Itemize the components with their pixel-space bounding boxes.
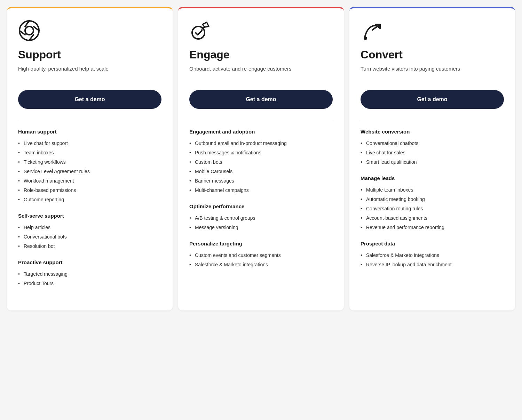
- section-convert-2: Prospect data Salesforce & Marketo integ…: [361, 241, 504, 269]
- section-list-support-0: Live chat for supportTeam inboxesTicketi…: [18, 139, 161, 204]
- cta-button-convert[interactable]: Get a demo: [361, 90, 504, 109]
- list-item: Automatic meeting booking: [361, 195, 504, 204]
- section-list-engage-1: A/B testing & control groupsMessage vers…: [189, 213, 333, 232]
- list-item: Outbound email and in-product messaging: [189, 139, 333, 148]
- section-list-support-2: Targeted messagingProduct Tours: [18, 269, 161, 288]
- section-list-engage-2: Custom events and customer segmentsSales…: [189, 251, 333, 269]
- list-item: Salesforce & Marketo integrations: [361, 251, 504, 260]
- section-title-engage-0: Engagement and adoption: [189, 129, 333, 135]
- section-engage-2: Personalize targeting Custom events and …: [189, 241, 333, 269]
- list-item: Mobile Carousels: [189, 167, 333, 176]
- section-title-support-0: Human support: [18, 129, 161, 135]
- section-list-convert-2: Salesforce & Marketo integrationsReverse…: [361, 251, 504, 269]
- svg-point-9: [364, 37, 367, 40]
- list-item: Resolution bot: [18, 242, 161, 251]
- list-item: Live chat for support: [18, 139, 161, 148]
- section-title-convert-0: Website conversion: [361, 129, 504, 135]
- section-support-0: Human support Live chat for supportTeam …: [18, 129, 161, 204]
- section-list-engage-0: Outbound email and in-product messagingP…: [189, 139, 333, 195]
- list-item: Salesforce & Marketo integrations: [189, 260, 333, 269]
- card-support: Support High-quality, personalized help …: [7, 7, 173, 310]
- list-item: Multiple team inboxes: [361, 185, 504, 195]
- list-item: Conversational bots: [18, 232, 161, 242]
- list-item: Conversation routing rules: [361, 204, 504, 213]
- list-item: Outcome reporting: [18, 195, 161, 204]
- list-item: Banner messages: [189, 176, 333, 186]
- convert-icon: [361, 19, 383, 42]
- list-item: Push messages & notifications: [189, 148, 333, 158]
- section-list-convert-0: Conversational chatbotsLive chat for sal…: [361, 139, 504, 167]
- section-list-convert-1: Multiple team inboxesAutomatic meeting b…: [361, 185, 504, 232]
- list-item: Message versioning: [189, 223, 333, 232]
- section-title-support-1: Self-serve support: [18, 213, 161, 219]
- list-item: Account-based assignments: [361, 213, 504, 223]
- pricing-cards-container: Support High-quality, personalized help …: [7, 7, 515, 310]
- section-title-convert-2: Prospect data: [361, 241, 504, 247]
- list-item: Team inboxes: [18, 148, 161, 158]
- list-item: Multi-channel campaigns: [189, 186, 333, 195]
- list-item: Custom events and customer segments: [189, 251, 333, 260]
- list-item: Help articles: [18, 223, 161, 232]
- list-item: Conversational chatbots: [361, 139, 504, 148]
- section-engage-1: Optimize performance A/B testing & contr…: [189, 203, 333, 232]
- divider-convert: [361, 120, 504, 120]
- card-title-engage: Engage: [189, 49, 333, 61]
- section-convert-0: Website conversion Conversational chatbo…: [361, 129, 504, 167]
- section-support-2: Proactive support Targeted messagingProd…: [18, 259, 161, 288]
- engage-icon: [189, 19, 212, 42]
- list-item: Ticketing workflows: [18, 158, 161, 167]
- list-item: Smart lead qualification: [361, 158, 504, 167]
- card-subtitle-support: High-quality, personalized help at scale: [18, 65, 161, 80]
- card-title-support: Support: [18, 49, 161, 61]
- list-item: Product Tours: [18, 279, 161, 288]
- card-title-convert: Convert: [361, 49, 504, 61]
- section-title-support-2: Proactive support: [18, 259, 161, 265]
- list-item: Service Level Agreement rules: [18, 167, 161, 176]
- list-item: Workload management: [18, 176, 161, 186]
- list-item: Targeted messaging: [18, 269, 161, 279]
- card-subtitle-convert: Turn website visitors into paying custom…: [361, 65, 504, 80]
- section-list-support-1: Help articlesConversational botsResoluti…: [18, 223, 161, 251]
- list-item: Live chat for sales: [361, 148, 504, 158]
- svg-point-0: [19, 21, 39, 40]
- list-item: Role-based permissions: [18, 186, 161, 195]
- section-title-engage-1: Optimize performance: [189, 203, 333, 209]
- section-title-convert-1: Manage leads: [361, 175, 504, 181]
- support-icon: [18, 19, 40, 42]
- list-item: Revenue and performance reporting: [361, 223, 504, 232]
- list-item: Custom bots: [189, 158, 333, 167]
- card-convert: Convert Turn website visitors into payin…: [349, 7, 515, 310]
- section-title-engage-2: Personalize targeting: [189, 241, 333, 247]
- card-engage: Engage Onboard, activate and re-engage c…: [178, 7, 344, 310]
- divider-support: [18, 120, 161, 120]
- list-item: Reverse IP lookup and data enrichment: [361, 260, 504, 269]
- section-support-1: Self-serve support Help articlesConversa…: [18, 213, 161, 251]
- svg-point-1: [25, 26, 33, 35]
- cta-button-support[interactable]: Get a demo: [18, 90, 161, 109]
- cta-button-engage[interactable]: Get a demo: [189, 90, 333, 109]
- section-engage-0: Engagement and adoption Outbound email a…: [189, 129, 333, 195]
- card-subtitle-engage: Onboard, activate and re-engage customer…: [189, 65, 333, 80]
- divider-engage: [189, 120, 333, 120]
- list-item: A/B testing & control groups: [189, 213, 333, 223]
- section-convert-1: Manage leads Multiple team inboxesAutoma…: [361, 175, 504, 232]
